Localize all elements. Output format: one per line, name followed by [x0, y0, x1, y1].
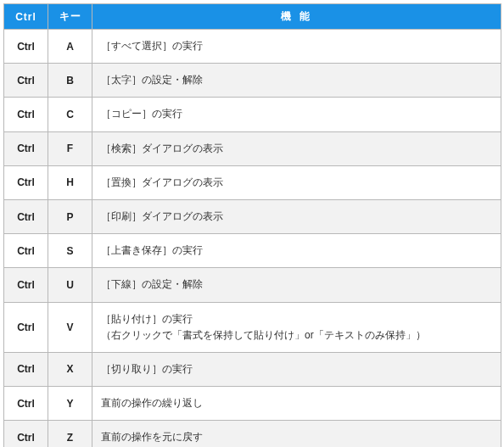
key-cell: U — [48, 268, 92, 302]
key-cell: F — [48, 131, 92, 165]
table-header-row: Ctrl キー 機 能 — [4, 4, 501, 30]
func-cell: ［太字］の設定・解除 — [92, 64, 501, 98]
func-cell: ［貼り付け］の実行（右クリックで「書式を保持して貼り付け」or「テキストのみ保持… — [92, 302, 501, 352]
key-cell: A — [48, 30, 92, 64]
header-ctrl: Ctrl — [4, 4, 48, 30]
ctrl-cell: Ctrl — [4, 131, 48, 165]
ctrl-cell: Ctrl — [4, 199, 48, 233]
table-row: CtrlY直前の操作の繰り返し — [4, 387, 501, 421]
table-body: CtrlA［すべて選択］の実行CtrlB［太字］の設定・解除CtrlC［コピー］… — [4, 30, 501, 448]
func-cell: ［切り取り］の実行 — [92, 352, 501, 386]
ctrl-cell: Ctrl — [4, 234, 48, 268]
func-cell: ［検索］ダイアログの表示 — [92, 131, 501, 165]
key-cell: V — [48, 302, 92, 352]
key-cell: Z — [48, 421, 92, 447]
key-cell: S — [48, 234, 92, 268]
table-row: CtrlH［置換］ダイアログの表示 — [4, 165, 501, 199]
ctrl-cell: Ctrl — [4, 387, 48, 421]
func-cell: 直前の操作の繰り返し — [92, 387, 501, 421]
ctrl-cell: Ctrl — [4, 98, 48, 131]
table-row: CtrlP［印刷］ダイアログの表示 — [4, 199, 501, 233]
table-row: CtrlS［上書き保存］の実行 — [4, 234, 501, 268]
ctrl-cell: Ctrl — [4, 30, 48, 64]
func-cell: ［すべて選択］の実行 — [92, 30, 501, 64]
key-cell: C — [48, 98, 92, 131]
func-cell: ［下線］の設定・解除 — [92, 268, 501, 302]
table-row: CtrlA［すべて選択］の実行 — [4, 30, 501, 64]
table-row: CtrlU［下線］の設定・解除 — [4, 268, 501, 302]
table-row: CtrlZ直前の操作を元に戻す — [4, 421, 501, 447]
table-row: CtrlF［検索］ダイアログの表示 — [4, 131, 501, 165]
ctrl-cell: Ctrl — [4, 64, 48, 98]
func-cell: ［置換］ダイアログの表示 — [92, 165, 501, 199]
ctrl-cell: Ctrl — [4, 268, 48, 302]
ctrl-cell: Ctrl — [4, 352, 48, 386]
header-func: 機 能 — [92, 4, 501, 30]
key-cell: H — [48, 165, 92, 199]
table-row: CtrlB［太字］の設定・解除 — [4, 64, 501, 98]
key-cell: B — [48, 64, 92, 98]
ctrl-cell: Ctrl — [4, 302, 48, 352]
shortcut-table: Ctrl キー 機 能 CtrlA［すべて選択］の実行CtrlB［太字］の設定・… — [3, 3, 501, 447]
ctrl-cell: Ctrl — [4, 421, 48, 447]
func-cell: ［印刷］ダイアログの表示 — [92, 199, 501, 233]
func-cell: ［コピー］の実行 — [92, 98, 501, 131]
func-cell: ［上書き保存］の実行 — [92, 234, 501, 268]
header-key: キー — [48, 4, 92, 30]
key-cell: X — [48, 352, 92, 386]
key-cell: Y — [48, 387, 92, 421]
table-row: CtrlX［切り取り］の実行 — [4, 352, 501, 386]
ctrl-cell: Ctrl — [4, 165, 48, 199]
table-row: CtrlV［貼り付け］の実行（右クリックで「書式を保持して貼り付け」or「テキス… — [4, 302, 501, 352]
key-cell: P — [48, 199, 92, 233]
table-row: CtrlC［コピー］の実行 — [4, 98, 501, 131]
func-cell: 直前の操作を元に戻す — [92, 421, 501, 447]
